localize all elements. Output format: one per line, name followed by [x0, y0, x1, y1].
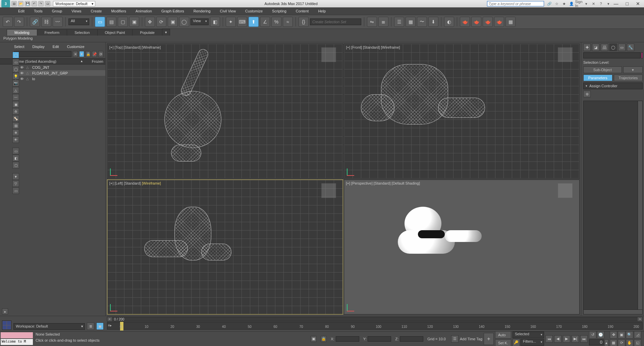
cmd-create-icon[interactable]: ✚: [583, 44, 591, 51]
rail-spacewarps-icon[interactable]: 〰: [12, 94, 19, 101]
set-key-big-button[interactable]: +: [484, 333, 494, 345]
scene-menu-customize[interactable]: Customize: [63, 44, 89, 50]
ribbon-tab-freeform[interactable]: Freeform: [37, 29, 67, 36]
render-setup-button[interactable]: 🫖: [460, 17, 470, 27]
subobject-button[interactable]: Sub-Object: [583, 66, 622, 73]
object-name-input[interactable]: [583, 52, 641, 58]
snap-toggle-button[interactable]: ⬆: [249, 17, 259, 27]
refcoord-combo[interactable]: View: [191, 18, 209, 25]
horizontal-scrollbar[interactable]: [584, 309, 642, 314]
named-selection-input[interactable]: [310, 18, 361, 25]
subobject-dropdown[interactable]: ▾: [623, 66, 643, 73]
zoom-icon[interactable]: 🔍: [626, 331, 633, 339]
unlink-button[interactable]: ⛓: [41, 17, 51, 27]
rail-groups-icon[interactable]: ▣: [12, 101, 19, 108]
save-icon[interactable]: 💾: [25, 1, 30, 6]
add-time-tag[interactable]: Add Time Tag: [460, 337, 482, 341]
ribbon-tab-object-paint[interactable]: Object Paint: [97, 29, 133, 36]
select-object-button[interactable]: ▭: [95, 17, 105, 27]
scene-lock-icon[interactable]: 🔒: [86, 51, 91, 57]
menu-create[interactable]: Create: [86, 8, 106, 14]
rail-geometry-icon[interactable]: ▭: [12, 59, 19, 65]
layers-icon[interactable]: ≣: [87, 323, 94, 330]
window-crossing-button[interactable]: ▣: [129, 17, 139, 27]
viewport-label[interactable]: [+] [Perspective] [Standard] [Default Sh…: [346, 181, 420, 185]
star-icon[interactable]: ☆: [554, 1, 559, 6]
rail-containers-icon[interactable]: ▤: [12, 122, 19, 129]
scene-filter-icon[interactable]: ▼: [79, 51, 84, 57]
time-tag-icon[interactable]: ☰: [451, 335, 459, 343]
project-icon[interactable]: 🗂: [45, 1, 50, 6]
y-input[interactable]: [368, 336, 391, 342]
workspace-selector[interactable]: Workspace: Default: [53, 1, 95, 6]
controller-list[interactable]: [583, 101, 643, 314]
spinner-snap-button[interactable]: ≈: [283, 17, 293, 27]
trackbar-toggle-icon[interactable]: ≡▸: [108, 324, 112, 327]
object-color-swatch[interactable]: [641, 52, 643, 58]
ribbon-minimize[interactable]: ▾: [162, 29, 170, 36]
selection-lock-icon[interactable]: 🔒: [321, 336, 327, 342]
play-icon[interactable]: ▶: [563, 335, 570, 343]
minimize-button[interactable]: —: [614, 1, 619, 6]
zoom-extents-icon[interactable]: ▣: [618, 331, 625, 339]
viewport-left[interactable]: [+] [Left] [Standard] [Wireframe]: [107, 180, 343, 315]
pan-icon[interactable]: ✥: [610, 331, 617, 339]
angle-snap-button[interactable]: ∠: [260, 17, 270, 27]
scene-col-name[interactable]: Name (Sorted Ascending): [14, 59, 80, 63]
rotate-button[interactable]: ⟳: [156, 17, 166, 27]
menu-customize[interactable]: Customize: [240, 8, 267, 14]
render-iterative-button[interactable]: 🫖: [494, 17, 504, 27]
move-button[interactable]: ✥: [145, 17, 155, 27]
redo-button[interactable]: ↷: [14, 17, 24, 27]
track-next-icon[interactable]: >: [638, 317, 642, 321]
rail-layer-icon[interactable]: ◧: [12, 155, 19, 161]
zoom-all-icon[interactable]: ▦: [610, 339, 617, 346]
rail-bone-icon[interactable]: 🦴: [12, 115, 19, 122]
placement-button[interactable]: ◯: [179, 17, 189, 27]
user-icon[interactable]: 👤: [569, 1, 574, 6]
scene-menu-edit[interactable]: Edit: [49, 44, 63, 50]
select-manipulate-button[interactable]: ✦: [226, 17, 236, 27]
favorite-icon[interactable]: ★: [561, 1, 567, 6]
scene-pin-icon[interactable]: 📌: [92, 51, 97, 57]
menu-civil-view[interactable]: Civil View: [215, 8, 240, 14]
menu-edit[interactable]: Edit: [13, 8, 29, 14]
key-mode-toggle-icon[interactable]: ↺: [589, 331, 596, 339]
render-in-cloud-button[interactable]: ▦: [505, 17, 516, 27]
menu-views[interactable]: Views: [67, 8, 86, 14]
scene-row[interactable]: ▸ 👁 △ FLOATER_JNT_GRP: [14, 70, 105, 76]
schematic-view-button[interactable]: ⬇: [428, 17, 438, 27]
rail-frozen-icon[interactable]: ❄: [12, 129, 19, 136]
app-logo[interactable]: 3: [1, 0, 10, 7]
link-button[interactable]: 🔗: [30, 17, 40, 27]
viewport-label[interactable]: [+] [Front] [Standard] [Wireframe]: [346, 45, 400, 49]
percent-snap-button[interactable]: %: [271, 17, 281, 27]
scene-row[interactable]: ▸ 👁 △ COG_JNT: [14, 64, 105, 70]
track-prev-icon[interactable]: <: [107, 317, 112, 321]
assign-controller-icon[interactable]: ⊕: [583, 91, 591, 97]
prev-frame-icon[interactable]: ◀: [554, 335, 561, 343]
orbit-icon[interactable]: ⟳: [618, 339, 625, 346]
scene-menu-display[interactable]: Display: [29, 44, 49, 50]
next-frame-icon[interactable]: ▶|: [572, 335, 579, 343]
visibility-icon[interactable]: 👁: [20, 77, 25, 81]
isolate-selection-icon[interactable]: ▣: [311, 336, 317, 342]
scene-col-frozen[interactable]: Frozen: [83, 59, 103, 63]
signin-chevron-icon[interactable]: ▾: [584, 1, 589, 6]
menu-scripting[interactable]: Scripting: [267, 8, 291, 14]
rail-display-all[interactable]: ◯: [12, 52, 19, 58]
open-icon[interactable]: 📂: [18, 1, 23, 6]
redo-icon[interactable]: ↷: [38, 1, 44, 6]
visibility-icon[interactable]: 👁: [20, 65, 25, 69]
select-by-name-button[interactable]: ▤: [106, 17, 116, 27]
info-icon[interactable]: 🔗: [547, 1, 552, 6]
viewport-front[interactable]: [+] [Front] [Standard] [Wireframe]: [344, 44, 580, 179]
vertical-scrollbar[interactable]: [638, 101, 642, 309]
time-slider-track[interactable]: < 0 / 200 >: [107, 317, 643, 322]
material-editor-button[interactable]: ◐: [444, 17, 454, 27]
rail-shapes-icon[interactable]: ◯: [12, 66, 19, 72]
rail-rollup-icon[interactable]: ▭: [12, 148, 19, 154]
new-icon[interactable]: ▤: [11, 1, 17, 6]
menu-help[interactable]: Help: [313, 8, 330, 14]
key-filters-icon[interactable]: 🔑: [513, 339, 520, 346]
